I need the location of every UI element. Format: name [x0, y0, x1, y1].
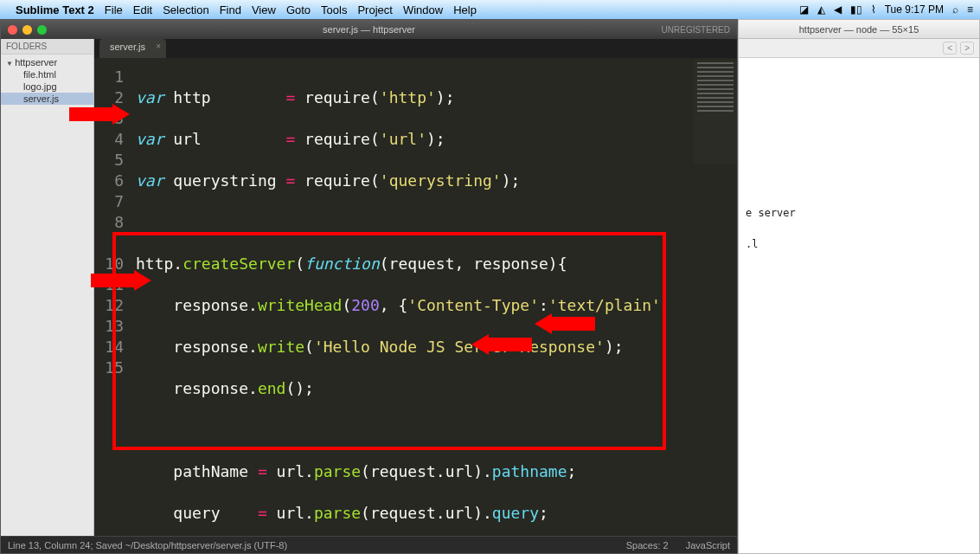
menu-selection[interactable]: Selection [163, 3, 208, 16]
sidebar-header: FOLDERS [1, 39, 93, 55]
minimize-button[interactable] [22, 25, 32, 35]
window-title: server.js — httpserver [323, 24, 415, 35]
menu-view[interactable]: View [252, 3, 276, 16]
status-icon[interactable]: ◪ [799, 3, 809, 16]
menu-project[interactable]: Project [357, 3, 392, 16]
sidebar-folder[interactable]: httpserver [1, 56, 93, 68]
tab-label: server.js [110, 42, 145, 52]
sidebar-tree: httpserver file.html logo.jpg server.js [1, 55, 93, 106]
terminal-line2: .l [746, 238, 758, 250]
code-line: query = url.parse(request.url).query; [136, 503, 737, 524]
menu-help[interactable]: Help [453, 3, 477, 16]
mac-menubar: Sublime Text 2 File Edit Selection Find … [0, 0, 980, 19]
close-button[interactable] [8, 25, 17, 35]
menu-edit[interactable]: Edit [133, 3, 152, 16]
minimap[interactable] [694, 60, 737, 164]
close-icon[interactable]: × [156, 42, 161, 51]
battery-icon[interactable]: ▮▯ [850, 3, 862, 16]
code-line [136, 212, 737, 233]
status-left: Line 13, Column 24; Saved ~/Desktop/http… [8, 540, 287, 551]
code-line: response.end(); [136, 378, 737, 399]
terminal-title: httpserver — node — 55×15 [799, 24, 919, 35]
statusbar: Line 13, Column 24; Saved ~/Desktop/http… [1, 536, 737, 553]
menu-file[interactable]: File [105, 3, 123, 16]
terminal-tabbar: < > [739, 39, 979, 58]
code-line: var url = require('url'); [136, 129, 737, 150]
sidebar-file[interactable]: file.html [1, 68, 93, 81]
menu-window[interactable]: Window [403, 3, 443, 16]
terminal-window[interactable]: httpserver — node — 55×15 < > e server.l [738, 19, 980, 554]
terminal-nav-next[interactable]: > [960, 42, 974, 55]
terminal-titlebar[interactable]: httpserver — node — 55×15 [739, 20, 979, 39]
wifi-icon[interactable]: ⌇ [871, 3, 876, 16]
sublime-window: server.js — httpserver UNREGISTERED FOLD… [0, 19, 738, 554]
traffic-lights [8, 25, 47, 35]
zoom-button[interactable] [37, 25, 47, 35]
status-lang[interactable]: JavaScript [686, 540, 730, 551]
menu-goto[interactable]: Goto [286, 3, 311, 16]
code-line: var querystring = require('querystring')… [136, 171, 737, 191]
terminal-body[interactable]: e server.l [739, 58, 979, 553]
terminal-line1: e server [746, 207, 796, 219]
sidebar-file[interactable]: logo.jpg [1, 81, 93, 93]
sidebar-file-selected[interactable]: server.js [1, 93, 93, 105]
app-name[interactable]: Sublime Text 2 [16, 3, 94, 16]
status-spaces[interactable]: Spaces: 2 [626, 540, 669, 551]
code-line [136, 420, 737, 441]
terminal-nav-prev[interactable]: < [943, 42, 957, 55]
volume-icon[interactable]: ◀ [834, 3, 842, 16]
tabbar: server.js × [94, 39, 737, 58]
code-line: pathName = url.parse(request.url).pathna… [136, 461, 737, 482]
tab-serverjs[interactable]: server.js × [99, 39, 166, 58]
gdrive-icon[interactable]: ◭ [817, 3, 825, 16]
sublime-titlebar[interactable]: server.js — httpserver UNREGISTERED [1, 20, 737, 39]
code-line: response.writeHead(200, {'Content-Type':… [136, 295, 737, 316]
sidebar: FOLDERS httpserver file.html logo.jpg se… [1, 39, 94, 536]
clock[interactable]: Tue 9:17 PM [885, 3, 944, 16]
code-line: http.createServer(function(request, resp… [136, 254, 737, 274]
spotlight-icon[interactable]: ⌕ [952, 3, 958, 16]
code-line: response.write('Hello Node JS Server Res… [136, 337, 737, 358]
code-line: var http = require('http'); [136, 87, 737, 108]
code[interactable]: var http = require('http'); var url = re… [131, 58, 737, 536]
gutter: 12345678101112131415 [94, 58, 131, 536]
code-area[interactable]: 12345678101112131415 var http = require(… [94, 58, 737, 536]
notifications-icon[interactable]: ≡ [967, 3, 973, 16]
editor: server.js × 12345678101112131415 var htt… [94, 39, 737, 536]
unregistered-label: UNREGISTERED [662, 25, 730, 35]
menu-tools[interactable]: Tools [321, 3, 347, 16]
menu-find[interactable]: Find [220, 3, 241, 16]
